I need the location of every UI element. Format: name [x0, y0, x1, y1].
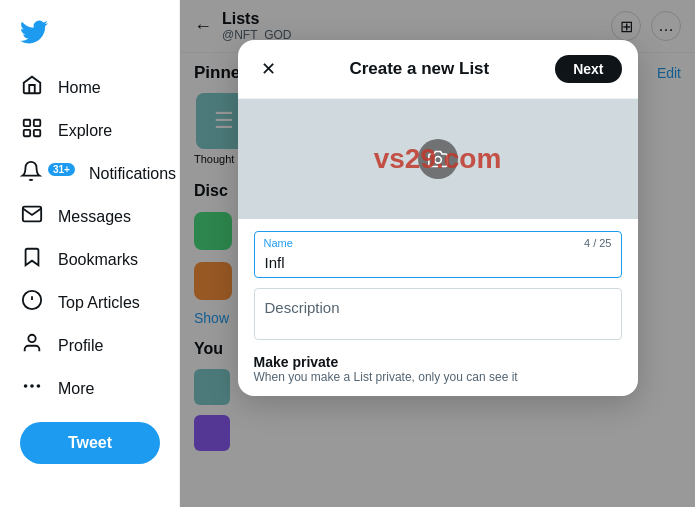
sidebar-item-top-articles[interactable]: Top Articles: [0, 281, 179, 324]
sidebar-item-home-label: Home: [58, 79, 101, 97]
sidebar-item-more-label: More: [58, 380, 94, 398]
make-private-description: When you make a List private, only you c…: [254, 370, 622, 384]
sidebar-item-messages-label: Messages: [58, 208, 131, 226]
bookmarks-icon: [20, 246, 44, 273]
svg-point-8: [31, 385, 33, 387]
svg-point-10: [25, 385, 27, 387]
create-list-modal: ✕ Create a new List Next vs29.com: [238, 40, 638, 396]
svg-rect-3: [34, 130, 40, 136]
svg-rect-0: [24, 120, 30, 126]
sidebar-item-bookmarks-label: Bookmarks: [58, 251, 138, 269]
make-private-section: Make private When you make a List privat…: [254, 354, 622, 384]
app-container: Home Explore 31+ Notifications Messages: [0, 0, 695, 507]
sidebar-item-messages[interactable]: Messages: [0, 195, 179, 238]
sidebar-item-profile-label: Profile: [58, 337, 103, 355]
sidebar-item-home[interactable]: Home: [0, 66, 179, 109]
name-field-group: Name 4 / 25: [254, 231, 622, 278]
notifications-icon: [20, 160, 42, 187]
image-upload-area[interactable]: vs29.com: [238, 99, 638, 219]
messages-icon: [20, 203, 44, 230]
name-field-counter: 4 / 25: [584, 237, 612, 249]
sidebar-item-bookmarks[interactable]: Bookmarks: [0, 238, 179, 281]
svg-point-7: [28, 335, 35, 342]
modal-title: Create a new List: [284, 59, 556, 79]
modal-close-button[interactable]: ✕: [254, 54, 284, 84]
description-input[interactable]: [254, 288, 622, 340]
sidebar-item-explore-label: Explore: [58, 122, 112, 140]
modal-overlay: ✕ Create a new List Next vs29.com: [180, 0, 695, 507]
sidebar-item-notifications-label: Notifications: [89, 165, 176, 183]
sidebar-item-notifications[interactable]: 31+ Notifications: [0, 152, 179, 195]
make-private-title: Make private: [254, 354, 622, 370]
svg-rect-2: [24, 130, 30, 136]
home-icon: [20, 74, 44, 101]
modal-header: ✕ Create a new List Next: [238, 40, 638, 99]
tweet-button[interactable]: Tweet: [20, 422, 160, 464]
sidebar-item-top-articles-label: Top Articles: [58, 294, 140, 312]
camera-icon[interactable]: [418, 139, 458, 179]
svg-rect-1: [34, 120, 40, 126]
profile-icon: [20, 332, 44, 359]
more-icon: [20, 375, 44, 402]
svg-point-9: [38, 385, 40, 387]
main-content: ← Lists @NFT_GOD ⊞ … Pinned Lists Edit ☰…: [180, 0, 695, 507]
name-input[interactable]: [254, 231, 622, 278]
sidebar: Home Explore 31+ Notifications Messages: [0, 0, 180, 507]
modal-form: Name 4 / 25 Make private When you make a…: [238, 219, 638, 396]
description-field-group: [254, 288, 622, 344]
sidebar-item-explore[interactable]: Explore: [0, 109, 179, 152]
twitter-logo[interactable]: [0, 10, 68, 66]
top-articles-icon: [20, 289, 44, 316]
explore-icon: [20, 117, 44, 144]
modal-next-button[interactable]: Next: [555, 55, 621, 83]
sidebar-item-profile[interactable]: Profile: [0, 324, 179, 367]
name-field-label: Name: [264, 237, 293, 249]
sidebar-item-more[interactable]: More: [0, 367, 179, 410]
notification-badge: 31+: [48, 163, 75, 176]
svg-point-11: [434, 157, 441, 164]
